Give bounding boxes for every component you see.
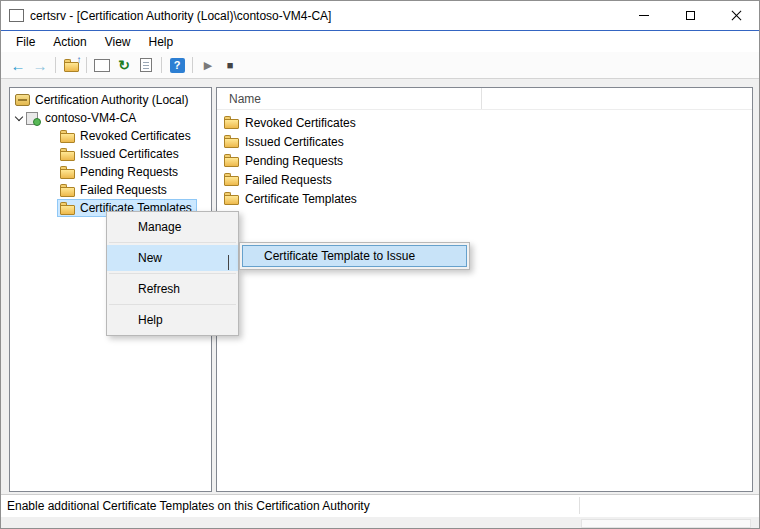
export-list-button[interactable] <box>135 54 157 76</box>
submenu-arrow-icon <box>228 255 229 269</box>
list-header: Name <box>217 88 752 110</box>
app-icon <box>9 9 24 22</box>
list-item-issued-certificates[interactable]: Issued Certificates <box>217 132 752 151</box>
tree-item-label: Pending Requests <box>80 165 178 179</box>
menu-separator <box>109 273 236 274</box>
stop-icon: ■ <box>227 60 234 71</box>
certification-authority-icon <box>15 94 30 106</box>
close-icon <box>731 10 742 21</box>
menu-view[interactable]: View <box>96 31 140 52</box>
submenu-item-certificate-template-to-issue[interactable]: Certificate Template to Issue <box>242 245 467 267</box>
ca-server-icon <box>26 112 41 125</box>
toolbar-separator <box>86 57 87 73</box>
folder-icon <box>60 130 75 143</box>
tree-item-label: Issued Certificates <box>80 147 179 161</box>
tree-root-label: Certification Authority (Local) <box>35 93 188 107</box>
refresh-icon: ↻ <box>118 58 130 72</box>
menu-file[interactable]: File <box>7 31 44 52</box>
minimize-button[interactable] <box>621 1 667 30</box>
list-item-label: Issued Certificates <box>245 135 344 149</box>
folder-icon <box>60 166 75 179</box>
maximize-button[interactable] <box>667 1 713 30</box>
up-one-level-icon: ↑ <box>64 59 79 72</box>
show-console-tree-button[interactable] <box>91 54 113 76</box>
folder-icon <box>60 184 75 197</box>
list-body: Revoked Certificates Issued Certificates… <box>217 110 752 208</box>
tree-item-issued-certificates[interactable]: Issued Certificates <box>10 145 211 163</box>
tree-item-failed-requests[interactable]: Failed Requests <box>10 181 211 199</box>
tree-item-label: Revoked Certificates <box>80 129 191 143</box>
stop-service-button[interactable]: ■ <box>219 54 241 76</box>
export-list-icon <box>140 58 152 72</box>
context-menu-item-label: New <box>138 251 162 265</box>
title-bar: certsrv - [Certification Authority (Loca… <box>1 1 759 31</box>
new-submenu: Certificate Template to Issue <box>239 242 470 270</box>
console-tree-icon <box>94 59 110 72</box>
help-icon: ? <box>170 58 185 73</box>
status-bar-divider <box>579 497 580 514</box>
list-item-certificate-templates[interactable]: Certificate Templates <box>217 189 752 208</box>
folder-icon <box>60 202 75 215</box>
up-one-level-button[interactable]: ↑ <box>60 54 82 76</box>
list-item-revoked-certificates[interactable]: Revoked Certificates <box>217 113 752 132</box>
status-text: Enable additional Certificate Templates … <box>7 499 370 513</box>
minimize-icon <box>639 15 649 16</box>
start-service-button[interactable]: ▶ <box>197 54 219 76</box>
play-icon: ▶ <box>204 60 212 71</box>
status-bar: Enable additional Certificate Templates … <box>1 494 759 517</box>
list-item-label: Certificate Templates <box>245 192 357 206</box>
folder-icon <box>224 116 239 129</box>
menu-help[interactable]: Help <box>140 31 183 52</box>
toolbar: ← → ↑ ↻ ? ▶ ■ <box>1 52 759 79</box>
folder-icon <box>60 148 75 161</box>
list-item-label: Revoked Certificates <box>245 116 356 130</box>
list-item-pending-requests[interactable]: Pending Requests <box>217 151 752 170</box>
maximize-icon <box>686 11 695 20</box>
context-menu-item-manage[interactable]: Manage <box>107 214 238 240</box>
tree-ca-label: contoso-VM4-CA <box>45 111 136 125</box>
tree-item-certification-authority[interactable]: Certification Authority (Local) <box>10 91 211 109</box>
folder-icon <box>224 154 239 167</box>
tree-item-pending-requests[interactable]: Pending Requests <box>10 163 211 181</box>
results-list-pane: Name Revoked Certificates Issued Certifi… <box>216 87 753 492</box>
folder-icon <box>224 173 239 186</box>
back-icon: ← <box>11 58 26 73</box>
certsrv-window: certsrv - [Certification Authority (Loca… <box>0 0 760 529</box>
chevron-down-icon[interactable] <box>15 112 23 120</box>
folder-icon <box>224 192 239 205</box>
tree-item-contoso-vm4-ca[interactable]: contoso-VM4-CA <box>10 109 211 127</box>
tree-item-label: Failed Requests <box>80 183 167 197</box>
folder-icon <box>224 135 239 148</box>
tree-item-revoked-certificates[interactable]: Revoked Certificates <box>10 127 211 145</box>
context-menu-item-new[interactable]: New <box>107 245 238 271</box>
context-menu-item-help[interactable]: Help <box>107 307 238 333</box>
window-title: certsrv - [Certification Authority (Loca… <box>30 9 621 23</box>
menu-separator <box>109 242 236 243</box>
toolbar-separator <box>55 57 56 73</box>
back-button[interactable]: ← <box>7 54 29 76</box>
context-menu: Manage New Refresh Help <box>106 211 239 336</box>
status-bar-right-panel <box>581 519 751 528</box>
menu-separator <box>109 304 236 305</box>
context-menu-item-refresh[interactable]: Refresh <box>107 276 238 302</box>
list-item-label: Pending Requests <box>245 154 343 168</box>
list-item-label: Failed Requests <box>245 173 332 187</box>
toolbar-separator <box>161 57 162 73</box>
list-item-failed-requests[interactable]: Failed Requests <box>217 170 752 189</box>
help-button[interactable]: ? <box>166 54 188 76</box>
toolbar-separator <box>192 57 193 73</box>
column-header-name[interactable]: Name <box>217 88 482 109</box>
refresh-button[interactable]: ↻ <box>113 54 135 76</box>
menu-action[interactable]: Action <box>44 31 95 52</box>
menu-bar: File Action View Help <box>1 31 759 52</box>
close-button[interactable] <box>713 1 759 30</box>
forward-icon: → <box>33 58 48 73</box>
forward-button[interactable]: → <box>29 54 51 76</box>
